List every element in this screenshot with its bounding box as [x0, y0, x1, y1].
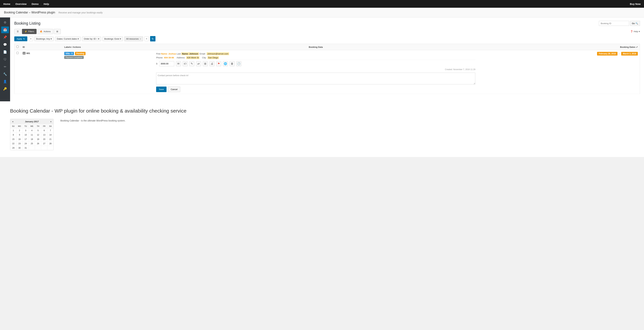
th-labels-actions: Labels / Actions: [62, 44, 154, 50]
calendar-day[interactable]: 2: [16, 128, 23, 133]
date-from-badge: February 28, 2018: [597, 52, 617, 56]
clock-action-icon[interactable]: 🕐: [236, 61, 241, 66]
search-icon: 🔍: [636, 22, 638, 25]
order-filter[interactable]: Order by: ID ↑ ▾: [82, 36, 101, 41]
filter-remove-button[interactable]: ×: [144, 36, 149, 41]
page-title: Booking Listing: [14, 21, 40, 26]
calendar-header: « January 2017 »: [10, 119, 54, 124]
select-all-checkbox[interactable]: [16, 46, 18, 48]
day-th: TH: [35, 124, 41, 128]
calendar-day[interactable]: 3: [23, 128, 29, 133]
calendar-day[interactable]: 1: [10, 128, 16, 133]
calendar-day[interactable]: 26: [35, 142, 41, 146]
lower-description: Booking Calendar - is the ultimate WordP…: [60, 119, 126, 123]
actions-icon: 🔥: [40, 30, 42, 33]
calendar-day[interactable]: 4: [29, 128, 35, 133]
sidebar-item-key[interactable]: 🔑: [1, 86, 9, 92]
action-icons-row: $ ✉ 🏷 ✎ ⇄ ⊞ 🖨 ⚑ 🌐 🗑 🕐: [156, 60, 475, 68]
calendar-day[interactable]: 27: [41, 142, 47, 146]
calendar-day[interactable]: 17: [23, 137, 29, 142]
apply-button[interactable]: Apply ↻: [14, 36, 27, 41]
tag-action-icon[interactable]: 🏷: [183, 61, 188, 66]
calendar-day[interactable]: 30: [16, 146, 23, 150]
flag-action-icon[interactable]: ⚑: [216, 61, 221, 66]
day-sa: SA: [47, 124, 54, 128]
calendar-day[interactable]: 29: [10, 146, 16, 150]
calendar-day[interactable]: 25: [29, 142, 35, 146]
resources-remove-button[interactable]: ×: [140, 38, 141, 40]
amount-field[interactable]: [159, 61, 174, 66]
dates-filter[interactable]: Dates: Current dates ▾: [55, 36, 81, 41]
calendar-day[interactable]: 24: [23, 142, 29, 146]
calendar-day[interactable]: 22: [10, 142, 16, 146]
calendar-day[interactable]: 23: [16, 142, 23, 146]
booking-id-input[interactable]: [599, 21, 629, 26]
calendar-day[interactable]: 9: [16, 133, 23, 137]
trash-action-icon[interactable]: 🗑: [230, 61, 234, 66]
refresh-button[interactable]: ↻: [150, 36, 156, 42]
sidebar-item-edit[interactable]: ✏: [1, 64, 9, 70]
row-checkbox[interactable]: [16, 52, 18, 54]
lower-content: « January 2017 » SU MO TU WE TH FR SA 12…: [10, 119, 634, 150]
calendar-day[interactable]: 8: [10, 133, 16, 137]
calendar-day[interactable]: 18: [29, 137, 35, 142]
go-button[interactable]: Go 🔍: [630, 21, 640, 26]
print-action-icon[interactable]: 🖨: [210, 61, 214, 66]
filters-button[interactable]: ⚡ Filters: [22, 29, 36, 34]
calendar-day[interactable]: 21: [47, 137, 54, 142]
sidebar-item-tool[interactable]: 🔧: [1, 71, 9, 78]
calendar-day[interactable]: 15: [10, 137, 16, 142]
help-icon: ❓: [630, 30, 633, 33]
sidebar-item-settings[interactable]: ⚙: [1, 19, 9, 26]
sidebar-item-chat[interactable]: 🗨: [1, 56, 9, 63]
actions-button[interactable]: 🔥 Actions: [37, 29, 53, 34]
nav-overview[interactable]: Overview: [16, 2, 27, 5]
cal-prev-button[interactable]: «: [12, 120, 14, 123]
cancel-button[interactable]: Cancel: [168, 86, 180, 92]
sidebar-item-user[interactable]: 👤: [1, 78, 9, 85]
calendar-day[interactable]: 16: [16, 137, 23, 142]
calendar-day[interactable]: 20: [41, 137, 47, 142]
nav-buy-now[interactable]: Buy Now: [630, 2, 641, 5]
expand-icon[interactable]: ⤢: [636, 46, 638, 48]
copy-action-icon[interactable]: ⊞: [203, 61, 208, 66]
shuffle-action-icon[interactable]: ⇄: [196, 61, 201, 66]
calendar-day[interactable]: 5: [35, 128, 41, 133]
nav-home[interactable]: Home: [3, 2, 10, 5]
save-button[interactable]: Save: [156, 86, 166, 92]
chevron-down-icon: ▾: [51, 38, 52, 40]
calendar-day[interactable]: 10: [23, 133, 29, 137]
cal-next-button[interactable]: »: [50, 120, 52, 123]
calendar-day[interactable]: 14: [47, 133, 54, 137]
nav-help[interactable]: Help: [44, 2, 49, 5]
grid-view-button[interactable]: ⊞: [54, 29, 61, 34]
list-view-button[interactable]: ☰: [14, 29, 21, 34]
table-header-row: ID Labels / Actions Booking Data Booking…: [14, 44, 640, 50]
sidebar-item-pin[interactable]: 📌: [1, 34, 9, 40]
date-to-badge: March 3, 2018: [621, 52, 638, 56]
calendar-day[interactable]: 31: [23, 146, 29, 150]
clear-filters-button[interactable]: ×: [29, 36, 33, 41]
calendar-day[interactable]: 12: [35, 133, 41, 137]
th-booking-dates: Booking Dates ⤢: [477, 44, 640, 50]
resources-filter-tag: All resources ×: [124, 36, 143, 41]
calendar-day[interactable]: 13: [41, 133, 47, 137]
sidebar-item-calendar[interactable]: 📅: [1, 26, 9, 33]
sidebar-item-page[interactable]: 📄: [1, 49, 9, 55]
edit-action-icon[interactable]: ✎: [189, 61, 194, 66]
calendar-day[interactable]: 28: [47, 142, 54, 146]
sidebar-item-comment[interactable]: 💬: [1, 41, 9, 48]
email-action-icon[interactable]: ✉: [176, 61, 181, 66]
calendar-day: [29, 146, 35, 150]
help-button[interactable]: ❓ Help ▾: [630, 30, 640, 33]
nav-demo[interactable]: Demo: [32, 2, 38, 5]
note-textarea[interactable]: Contact person before check in!: [156, 73, 475, 84]
globe-action-icon[interactable]: 🌐: [223, 61, 228, 66]
booking-icon: ●: [23, 52, 26, 54]
calendar-day[interactable]: 11: [29, 133, 35, 137]
calendar-day[interactable]: 6: [41, 128, 47, 133]
calendar-day[interactable]: 7: [47, 128, 54, 133]
bookings-filter[interactable]: Bookings: Any ▾: [34, 36, 54, 41]
exist-filter[interactable]: Bookings: Exist ▾: [102, 36, 123, 41]
calendar-day[interactable]: 19: [35, 137, 41, 142]
